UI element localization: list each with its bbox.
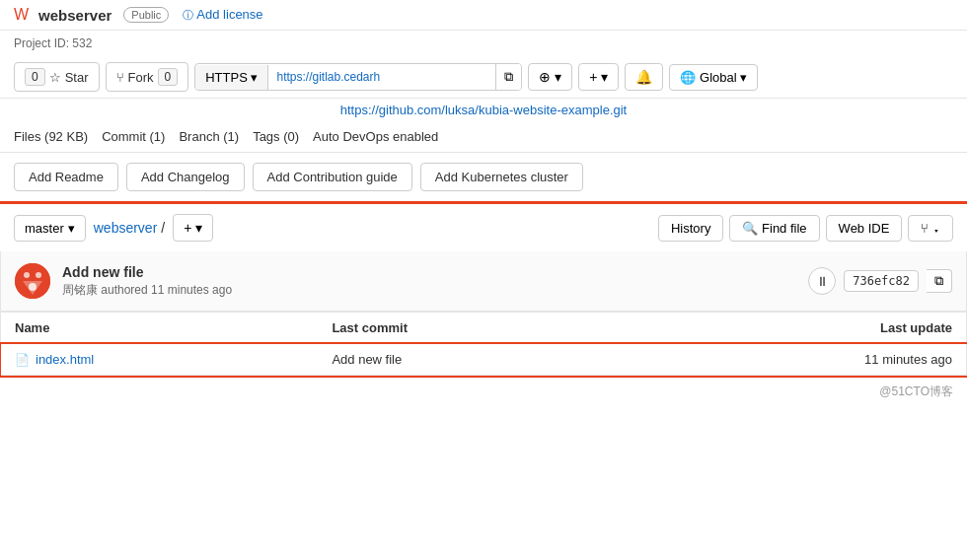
plus-icon: + ▾ [589,69,608,85]
file-name-cell: 📄 index.html [1,344,319,376]
url-type-label: HTTPS [205,70,248,85]
copy-icon: ⧉ [504,69,513,84]
global-label: Global [700,70,737,85]
repo-icon: W [14,6,29,24]
chevron-down-icon: ▾ [195,220,202,236]
stats-row: Files (92 KB) Commit (1) Branch (1) Tags… [0,121,967,153]
star-label: Star [65,70,89,85]
branch-stat[interactable]: Branch (1) [179,129,239,144]
commit-stat[interactable]: Commit (1) [102,129,165,144]
commit-time: authored 11 minutes ago [101,283,232,297]
globe-icon: 🌐 [680,70,696,85]
tags-stat[interactable]: Tags (0) [253,129,299,144]
file-table-body: 📄 index.html Add new file 11 minutes ago [1,344,967,376]
breadcrumb-repo-link[interactable]: webserver [94,220,158,236]
history-button[interactable]: History [658,215,723,242]
web-ide-button[interactable]: Web IDE [826,215,903,242]
project-id: Project ID: 532 [0,31,967,56]
star-count: 0 [25,68,45,86]
add-button[interactable]: + ▾ [578,63,619,91]
commit-author: 周铭康 [62,283,98,297]
file-icon: 📄 [15,353,30,367]
find-file-label: Find file [762,221,807,236]
fork-count: 0 [158,68,179,86]
pin-icon: ⊕ ▾ [539,69,561,85]
clone-url-container: HTTPS ▾ ⧉ [194,63,522,91]
clone-url-link[interactable]: https://github.com/luksa/kubia-website-e… [340,103,627,117]
file-table: Name Last commit Last update 📄 index.htm… [0,312,967,376]
branch-name: master [25,221,64,236]
bell-icon: 🔔 [635,69,652,85]
file-name-link[interactable]: index.html [36,352,94,367]
fork-button[interactable]: ⑂ Fork 0 [106,62,189,92]
visibility-badge: Public [123,7,169,23]
breadcrumb: webserver / [94,220,165,236]
avatar-inner [15,263,50,299]
chevron-down-icon: ▾ [740,70,747,85]
star-button[interactable]: 0 ☆ Star [14,62,100,92]
fork-label: Fork [128,70,154,85]
repo-name: webserver [38,7,112,24]
add-kubernetes-cluster-button[interactable]: Add Kubernetes cluster [420,163,583,191]
add-license-link[interactable]: Add license [183,7,262,23]
pin-button[interactable]: ⊕ ▾ [528,63,572,91]
file-update-cell: 11 minutes ago [624,344,967,376]
commit-hash-area: ⏸ 736efc82 ⧉ [808,267,952,295]
file-commit-cell: Add new file [318,344,624,376]
commit-title: Add new file [62,264,796,280]
plus-icon: + [184,220,191,236]
commit-sub: 周铭康 authored 11 minutes ago [62,282,796,299]
pause-icon: ⏸ [816,274,829,289]
table-row: 📄 index.html Add new file 11 minutes ago [1,344,967,376]
star-icon: ☆ [49,70,61,85]
clone-url-row: https://github.com/luksa/kubia-website-e… [0,99,967,121]
repo-toolbar: master ▾ webserver / + ▾ History 🔍 Find … [0,204,967,251]
copy-icon: ⧉ [934,273,943,288]
copy-url-button[interactable]: ⧉ [495,64,521,90]
quick-actions: Add Readme Add Changelog Add Contributio… [0,153,967,204]
copy-hash-button[interactable]: ⧉ [927,269,952,293]
global-button[interactable]: 🌐 Global ▾ [669,64,758,91]
fork-icon: ⑂ [116,70,124,85]
add-changelog-button[interactable]: Add Changelog [126,163,245,191]
notification-button[interactable]: 🔔 [625,63,663,91]
chevron-down-icon: ▾ [251,70,258,85]
file-table-header: Name Last commit Last update [1,313,967,344]
search-icon: 🔍 [742,221,758,236]
commit-info: Add new file 周铭康 authored 11 minutes ago [62,264,796,299]
url-type-button[interactable]: HTTPS ▾ [195,65,268,90]
files-stat[interactable]: Files (92 KB) [14,129,88,144]
branch-selector[interactable]: master ▾ [14,215,86,242]
col-commit-header: Last commit [318,313,624,344]
fork-icon: ⑂ [921,221,929,236]
commit-row: Add new file 周铭康 authored 11 minutes ago… [0,251,967,312]
svg-point-1 [24,272,30,278]
find-file-button[interactable]: 🔍 Find file [729,215,819,242]
more-options-button[interactable]: ⑂ ▾ [908,215,953,242]
top-header: W webserver Public Add license [0,0,967,31]
auto-devops-label: Auto DevOps enabled [313,129,438,144]
url-input[interactable] [268,65,495,89]
chevron-down-icon: ▾ [932,221,940,236]
add-readme-button[interactable]: Add Readme [14,163,118,191]
commit-hash: 736efc82 [844,270,919,292]
breadcrumb-separator: / [161,220,165,236]
repo-toolbar-right: History 🔍 Find file Web IDE ⑂ ▾ [658,215,953,242]
add-file-button[interactable]: + ▾ [173,214,213,242]
add-contribution-guide-button[interactable]: Add Contribution guide [253,163,412,191]
watermark: @51CTO博客 [0,376,967,408]
pause-button[interactable]: ⏸ [808,267,836,295]
action-bar: 0 ☆ Star ⑂ Fork 0 HTTPS ▾ ⧉ ⊕ ▾ + ▾ 🔔 🌐 … [0,56,967,99]
col-update-header: Last update [624,313,967,344]
avatar [15,263,50,299]
chevron-down-icon: ▾ [68,221,75,236]
svg-point-2 [36,272,41,278]
col-name-header: Name [1,313,319,344]
